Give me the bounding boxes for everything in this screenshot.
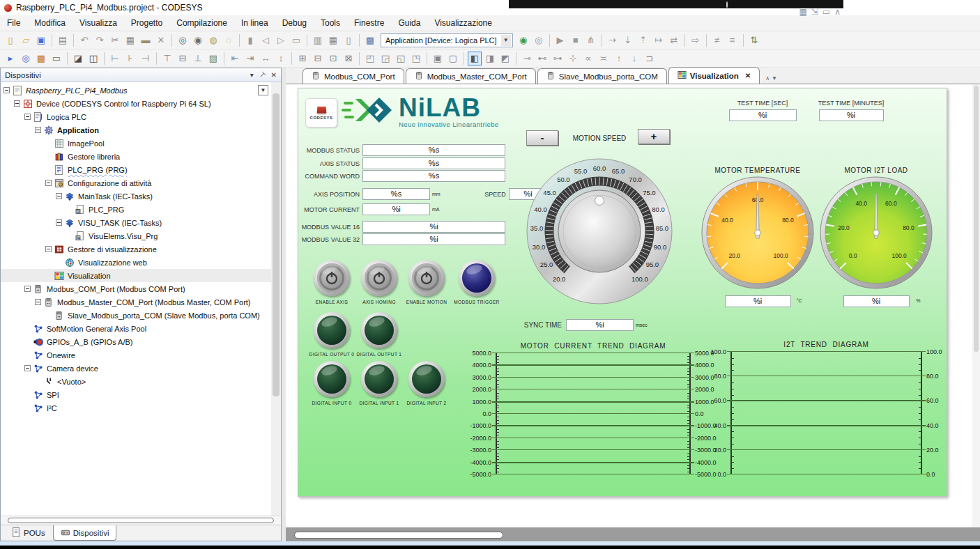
- gauge-value-field[interactable]: %i: [843, 295, 910, 307]
- link-list-icon[interactable]: ≍: [597, 52, 611, 65]
- devices-hscrollbar[interactable]: [1, 516, 281, 525]
- tree-item[interactable]: Raspberry_PLC_Pi4_Modbus: [1, 84, 271, 97]
- tree-item[interactable]: Device (CODESYS Control for Raspberry Pi…: [1, 97, 271, 110]
- arrange-grid-icon[interactable]: ⊟: [311, 52, 325, 65]
- task-editor-icon[interactable]: ▩: [363, 33, 377, 47]
- tree-item[interactable]: Onewire: [1, 348, 271, 362]
- align-right-icon[interactable]: ⊣: [139, 52, 153, 65]
- tree-item[interactable]: MainTask (IEC-Tasks): [1, 190, 271, 203]
- enable-motion-button[interactable]: [408, 260, 445, 296]
- menu-item-progetto[interactable]: Progetto: [124, 16, 169, 30]
- menu-item-guida[interactable]: Guida: [391, 16, 427, 30]
- editor-hscrollbar[interactable]: [294, 532, 503, 539]
- gauge-value-field[interactable]: %i: [725, 295, 791, 307]
- align-center-icon[interactable]: ⊦: [123, 52, 137, 65]
- tree-item[interactable]: Visualization: [1, 269, 271, 282]
- menu-item-visualizza[interactable]: Visualizza: [72, 16, 124, 30]
- step-into-icon[interactable]: ⇣: [621, 33, 635, 47]
- tree-item[interactable]: Camera device: [1, 362, 271, 375]
- single-cycle-icon[interactable]: ⋔: [584, 33, 598, 47]
- equal-width-icon[interactable]: ↔: [259, 52, 273, 65]
- bottom-tab-dispositivi[interactable]: Dispositivi: [53, 525, 117, 541]
- close-icon[interactable]: ✕: [745, 72, 751, 79]
- find-icon[interactable]: ◎: [176, 33, 190, 47]
- tree-item[interactable]: SoftMotion General Axis Pool: [1, 322, 271, 335]
- move-up-icon[interactable]: ↑: [612, 52, 626, 65]
- run-to-cursor-icon[interactable]: ↦: [652, 33, 666, 47]
- tree-item[interactable]: Configurazione di attività: [1, 176, 271, 190]
- menu-item-visualizzazione[interactable]: Visualizzazione: [427, 16, 499, 30]
- write-values-icon[interactable]: ≡: [726, 33, 740, 47]
- step-over-icon[interactable]: ⇢: [606, 33, 620, 47]
- library-dropdown-icon[interactable]: ▦: [326, 33, 340, 47]
- command-word-field[interactable]: %s: [362, 170, 505, 182]
- send-backward-icon[interactable]: ◳: [409, 52, 423, 65]
- axis-position-field[interactable]: %s: [362, 188, 430, 200]
- grid-icon[interactable]: ▦: [799, 7, 806, 17]
- test-time-minutes-field[interactable]: %i: [819, 109, 884, 121]
- fullscreen-icon[interactable]: ⇲: [811, 7, 818, 17]
- pin-icon[interactable]: ⊤: [257, 70, 267, 80]
- devices-vscrollbar[interactable]: [271, 82, 281, 516]
- distribute-v-icon[interactable]: ⇥: [243, 52, 257, 65]
- keyboard-usage-icon[interactable]: ▭: [49, 52, 63, 65]
- axis-status-field[interactable]: %s: [362, 157, 505, 169]
- modbus-value-32-field[interactable]: %i: [362, 233, 505, 245]
- tree-item[interactable]: I²C: [1, 401, 271, 415]
- sync-time-field[interactable]: %i: [566, 319, 634, 331]
- delete-icon[interactable]: ✕: [154, 33, 168, 47]
- menu-item-tools[interactable]: Tools: [314, 16, 347, 30]
- download-visu-icon[interactable]: ◪: [71, 52, 85, 65]
- copy-icon[interactable]: ▦: [123, 33, 137, 47]
- motor-current-field[interactable]: %i: [362, 203, 430, 215]
- find-incremental-icon[interactable]: ◉: [191, 33, 205, 47]
- exit-icon[interactable]: ⊐: [643, 52, 657, 65]
- speed-plus-button[interactable]: +: [638, 129, 670, 144]
- move-down-icon[interactable]: ↓: [627, 52, 641, 65]
- element-colors-icon[interactable]: ▩: [34, 52, 48, 65]
- tree-item[interactable]: ImagePool: [1, 137, 271, 150]
- tree-item[interactable]: Logica PLC: [1, 110, 271, 123]
- zoom-tool-icon[interactable]: ◎: [19, 52, 33, 65]
- panel-dropdown-icon[interactable]: ▾: [250, 71, 254, 79]
- editor-vscrollbar[interactable]: [972, 84, 980, 527]
- bookmark-prev-icon[interactable]: ◁: [259, 33, 273, 47]
- select-tool-icon[interactable]: ▸: [3, 52, 17, 65]
- tab-scroll-up-icon[interactable]: ∧: [765, 75, 770, 82]
- speed-minus-button[interactable]: -: [526, 130, 558, 146]
- tree-dropdown-button[interactable]: ▼: [258, 85, 268, 95]
- tree-item[interactable]: VISU_TASK (IEC-Tasks): [1, 216, 271, 229]
- logout-icon[interactable]: ◎: [532, 33, 546, 47]
- background-image-icon[interactable]: ▨: [206, 52, 220, 65]
- link-expression-icon[interactable]: ⊹: [566, 52, 580, 65]
- equal-height-icon[interactable]: ↕: [274, 52, 288, 65]
- same-size-icon[interactable]: ⊞: [296, 52, 309, 65]
- tree-expander-icon[interactable]: [24, 114, 31, 120]
- distribute-h-icon[interactable]: ⇤: [228, 52, 242, 65]
- align-top-icon[interactable]: ⊤: [160, 52, 174, 65]
- menu-item-compilazione[interactable]: Compilazione: [169, 16, 234, 30]
- tree-expander-icon[interactable]: [45, 246, 52, 252]
- tree-expander-icon[interactable]: [14, 100, 20, 107]
- tree-item[interactable]: PLC_PRG: [1, 203, 271, 216]
- goto-icon[interactable]: ⇨: [689, 33, 703, 47]
- tree-item[interactable]: Modbus_Master_COM_Port (Modbus Master, C…: [1, 295, 271, 309]
- motion-speed-knob[interactable]: 20.025.030.035.040.045.050.055.060.065.0…: [523, 155, 676, 308]
- tree-item[interactable]: SPI: [1, 388, 271, 401]
- tree-item[interactable]: PLC_PRG (PRG): [1, 163, 271, 176]
- tree-expander-icon[interactable]: [24, 286, 31, 292]
- link-output-icon[interactable]: ⊷: [535, 52, 549, 65]
- bring-forward-icon[interactable]: ◱: [394, 52, 408, 65]
- update-frame-icon[interactable]: ⊠: [342, 52, 355, 65]
- new-file-icon[interactable]: ▯: [3, 33, 17, 47]
- tree-item[interactable]: Application: [1, 123, 271, 137]
- align-middle-icon[interactable]: ⊟: [176, 52, 190, 65]
- tab-modbus_master_com_port[interactable]: Modbus_Master_COM_Port: [406, 68, 536, 84]
- tree-expander-icon[interactable]: [35, 127, 41, 133]
- modbus-status-field[interactable]: %s: [362, 144, 505, 156]
- save-icon[interactable]: ▣: [34, 33, 48, 47]
- tree-item[interactable]: VisuElems.Visu_Prg: [1, 229, 271, 242]
- tab-modbus_com_port[interactable]: Modbus_COM_Port: [303, 68, 404, 84]
- collapse-icon[interactable]: ∧: [834, 7, 841, 17]
- tree-item[interactable]: GPIOs_A_B (GPIOs A/B): [1, 335, 271, 348]
